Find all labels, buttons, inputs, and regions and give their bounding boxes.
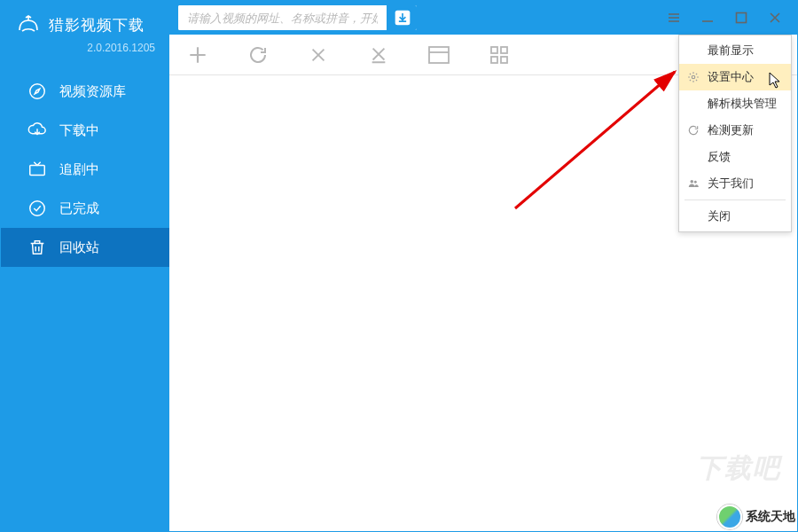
- menu-item-parser[interactable]: 解析模块管理: [679, 90, 791, 117]
- nav-item-library[interactable]: 视频资源库: [1, 72, 169, 111]
- nav-label: 追剧中: [59, 161, 99, 178]
- nav-label: 视频资源库: [59, 83, 126, 100]
- nav-label: 回收站: [59, 239, 99, 256]
- svg-point-11: [691, 180, 694, 184]
- add-button[interactable]: [184, 41, 212, 69]
- window-controls: [666, 10, 790, 26]
- blank-icon: [686, 43, 700, 58]
- trash-icon: [27, 238, 47, 257]
- nav-item-recycle[interactable]: 回收站: [1, 228, 169, 267]
- blank-icon: [686, 209, 700, 223]
- svg-point-12: [694, 181, 697, 184]
- svg-rect-5: [429, 47, 449, 63]
- svg-rect-4: [737, 13, 747, 23]
- svg-rect-6: [491, 47, 497, 53]
- cloud-download-icon: [27, 121, 47, 140]
- refresh-button[interactable]: [244, 41, 272, 69]
- menu-separator: [685, 200, 786, 200]
- svg-point-2: [30, 201, 45, 216]
- tv-icon: [27, 160, 47, 179]
- brand: 猎影视频下载: [1, 1, 169, 40]
- nav-item-following[interactable]: 追剧中: [1, 150, 169, 189]
- nav-label: 已完成: [59, 200, 99, 217]
- nav-item-downloading[interactable]: 下载中: [1, 111, 169, 150]
- nav: 视频资源库 下载中 追剧中 已完成: [1, 72, 169, 267]
- compass-icon: [27, 82, 47, 101]
- main: 最前显示 设置中心 解析模块管理 检测更新 反馈: [169, 1, 797, 531]
- menu-label: 关于我们: [708, 176, 754, 192]
- nav-item-completed[interactable]: 已完成: [1, 189, 169, 228]
- gear-icon: [686, 70, 700, 84]
- download-button[interactable]: [387, 5, 417, 30]
- svg-rect-7: [501, 47, 507, 53]
- refresh-icon: [686, 123, 700, 137]
- svg-rect-9: [501, 57, 507, 63]
- menu-item-topmost[interactable]: 最前显示: [679, 37, 791, 64]
- search-box: [178, 5, 417, 30]
- app-version: 2.0.2016.1205: [1, 40, 169, 66]
- svg-rect-1: [30, 165, 45, 175]
- settings-menu: 最前显示 设置中心 解析模块管理 检测更新 反馈: [678, 35, 792, 232]
- svg-point-0: [30, 84, 45, 99]
- close-button[interactable]: [767, 10, 783, 26]
- svg-rect-8: [491, 57, 497, 63]
- nav-label: 下载中: [59, 122, 99, 139]
- menu-label: 设置中心: [708, 69, 754, 85]
- menu-label: 关闭: [708, 208, 731, 224]
- people-icon: [686, 176, 700, 191]
- search-input[interactable]: [178, 5, 387, 30]
- app-window: 猎影视频下载 2.0.2016.1205 视频资源库 下载中 追剧中: [0, 0, 798, 532]
- menu-item-about[interactable]: 关于我们: [679, 170, 791, 197]
- maximize-button[interactable]: [733, 10, 749, 26]
- menu-label: 反馈: [708, 149, 731, 165]
- menu-item-update[interactable]: 检测更新: [679, 117, 791, 144]
- menu-item-feedback[interactable]: 反馈: [679, 144, 791, 170]
- check-circle-icon: [27, 199, 47, 218]
- blank-icon: [686, 150, 700, 164]
- app-title: 猎影视频下载: [49, 15, 145, 35]
- delete-button[interactable]: [304, 41, 332, 69]
- sidebar: 猎影视频下载 2.0.2016.1205 视频资源库 下载中 追剧中: [1, 1, 169, 531]
- menu-label: 最前显示: [708, 43, 754, 59]
- grid-view-button[interactable]: [485, 41, 513, 69]
- app-logo-icon: [17, 13, 40, 36]
- menu-label: 检测更新: [708, 122, 754, 138]
- delete-all-button[interactable]: [364, 41, 393, 69]
- menu-label: 解析模块管理: [708, 96, 777, 112]
- minimize-button[interactable]: [700, 10, 716, 26]
- svg-point-10: [692, 75, 695, 79]
- menu-button[interactable]: [666, 10, 682, 26]
- menu-item-settings[interactable]: 设置中心: [679, 64, 791, 90]
- list-view-button[interactable]: [425, 41, 453, 69]
- blank-icon: [686, 97, 700, 111]
- topbar: [169, 1, 797, 35]
- menu-item-close[interactable]: 关闭: [679, 203, 791, 230]
